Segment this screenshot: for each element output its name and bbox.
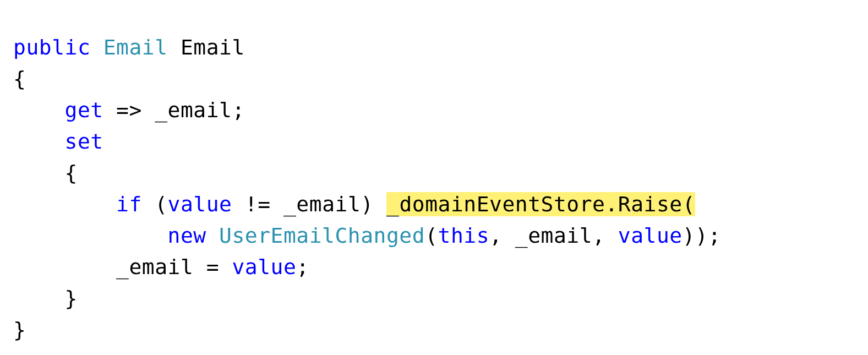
- code-block: public Email Email { get => _email; set …: [13, 32, 855, 346]
- t-new: new: [168, 223, 206, 248]
- t-close-call: ));: [683, 223, 721, 248]
- t-get: get: [65, 98, 103, 122]
- t-brace-open-2: {: [65, 161, 78, 185]
- t-semicolon: ;: [296, 255, 309, 279]
- t-brace-close-1: }: [13, 318, 26, 342]
- t-if: if: [116, 192, 142, 216]
- t-neq-email: != _email): [245, 192, 374, 216]
- t-domain-raise: _domainEventStore.Raise(: [386, 192, 695, 216]
- t-prop-email: Email: [181, 35, 245, 59]
- t-public: public: [13, 35, 90, 59]
- t-get-body: => _email;: [116, 98, 245, 122]
- t-paren-open-2: (: [425, 223, 438, 248]
- t-paren-open: (: [155, 192, 167, 216]
- t-brace-open-1: {: [13, 67, 26, 91]
- t-value2: value: [618, 223, 683, 248]
- t-assign-email: _email =: [116, 255, 219, 279]
- t-set: set: [65, 129, 103, 154]
- t-value3: value: [232, 255, 296, 279]
- t-this: this: [438, 223, 490, 248]
- t-type-email: Email: [103, 35, 168, 59]
- t-value1: value: [168, 192, 232, 216]
- t-user-email-changed: UserEmailChanged: [219, 223, 425, 248]
- t-comma-email: , _email,: [489, 223, 605, 248]
- t-brace-close-2: }: [65, 286, 78, 310]
